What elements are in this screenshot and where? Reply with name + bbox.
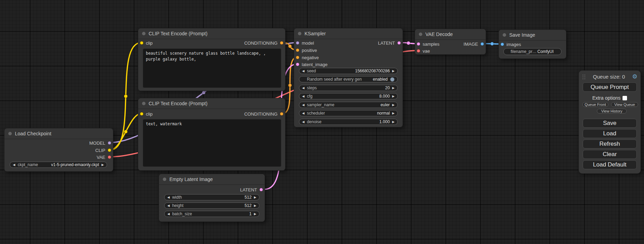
- node-load-checkpoint[interactable]: Load Checkpoint MODEL CLIP VAE ◀ ckpt_na…: [4, 128, 113, 172]
- input-slot-negative[interactable]: negative: [296, 54, 319, 61]
- widget-denoise[interactable]: ◀ denoise 1.000 ▶: [299, 119, 398, 125]
- refresh-button[interactable]: Refresh: [583, 139, 637, 148]
- node-vae-decode[interactable]: VAE Decode samples IMAGE vae: [415, 29, 486, 55]
- input-slot-samples[interactable]: samples: [417, 40, 439, 47]
- output-slot-vae[interactable]: VAE: [97, 154, 111, 161]
- collapse-dot-icon[interactable]: [163, 178, 166, 181]
- output-slot-clip[interactable]: CLIP: [95, 147, 111, 154]
- vae-slot-dot[interactable]: [417, 49, 420, 53]
- decrement-arrow-icon[interactable]: ◀: [302, 70, 305, 73]
- decrement-arrow-icon[interactable]: ◀: [167, 213, 170, 216]
- comfyui-canvas[interactable]: { "colors": { "model": "#B39DDB", "clip"…: [0, 0, 644, 244]
- output-slot-conditioning[interactable]: CONDITIONING: [244, 110, 283, 117]
- node-titlebar[interactable]: Save Image: [499, 30, 566, 40]
- decrement-arrow-icon[interactable]: ◀: [302, 103, 305, 107]
- decrement-arrow-icon[interactable]: ◀: [302, 87, 305, 90]
- collapse-dot-icon[interactable]: [142, 32, 145, 35]
- conditioning-slot-dot[interactable]: [296, 48, 299, 52]
- node-ksampler[interactable]: KSampler model LATENT positive negative …: [294, 28, 403, 127]
- node-titlebar[interactable]: Load Checkpoint: [5, 128, 113, 139]
- decrement-arrow-icon[interactable]: ◀: [167, 196, 170, 199]
- latent-slot-dot[interactable]: [259, 188, 263, 191]
- model-slot-dot[interactable]: [108, 141, 111, 145]
- node-titlebar[interactable]: VAE Decode: [415, 29, 486, 40]
- output-slot-conditioning[interactable]: CONDITIONING: [244, 39, 283, 46]
- conditioning-slot-dot[interactable]: [296, 56, 299, 59]
- output-slot-model[interactable]: MODEL: [89, 139, 111, 146]
- decrement-arrow-icon[interactable]: ◀: [302, 95, 305, 98]
- increment-arrow-icon[interactable]: ▶: [254, 196, 256, 199]
- collapse-dot-icon[interactable]: [503, 33, 506, 37]
- widget-filename-prefix[interactable]: filename_prefix ComfyUI: [503, 48, 562, 55]
- clip-slot-dot[interactable]: [108, 148, 111, 152]
- clear-button[interactable]: Clear: [583, 150, 637, 159]
- prompt-textarea-positive[interactable]: beautiful scenery nature glass bottle la…: [143, 48, 281, 88]
- widget-batch-size[interactable]: ◀ batch_size 1 ▶: [164, 211, 259, 217]
- widget-sampler-name[interactable]: ◀ sampler_name euler ▶: [299, 102, 398, 108]
- input-slot-clip[interactable]: clip: [140, 110, 153, 117]
- decrement-arrow-icon[interactable]: ◀: [302, 112, 305, 115]
- widget-steps[interactable]: ◀ steps 20 ▶: [299, 85, 398, 91]
- widget-cfg[interactable]: ◀ cfg 8.000 ▶: [299, 93, 398, 99]
- clip-slot-dot[interactable]: [140, 112, 143, 116]
- node-titlebar[interactable]: CLIP Text Encode (Prompt): [138, 28, 285, 39]
- input-slot-clip[interactable]: clip: [140, 39, 153, 46]
- increment-arrow-icon[interactable]: ▶: [392, 95, 395, 98]
- image-slot-dot[interactable]: [501, 43, 504, 46]
- toggle-on-icon[interactable]: [390, 77, 395, 82]
- queue-front-button[interactable]: Queue Front: [582, 102, 608, 107]
- node-titlebar[interactable]: CLIP Text Encode (Prompt): [138, 98, 285, 109]
- extra-options-checkbox[interactable]: [623, 96, 627, 100]
- increment-arrow-icon[interactable]: ▶: [392, 112, 395, 115]
- view-history-button[interactable]: View History: [597, 109, 627, 114]
- node-titlebar[interactable]: Empty Latent Image: [159, 174, 265, 185]
- conditioning-slot-dot[interactable]: [280, 112, 283, 116]
- input-slot-positive[interactable]: positive: [296, 47, 317, 54]
- increment-arrow-icon[interactable]: ▶: [254, 213, 256, 216]
- load-button[interactable]: Load: [583, 129, 637, 138]
- conditioning-slot-dot[interactable]: [280, 41, 283, 45]
- widget-ckpt-name[interactable]: ◀ ckpt_name v1-5-pruned-emaonly.ckpt ▶: [10, 162, 107, 168]
- prompt-textarea-negative[interactable]: text, watermark: [143, 119, 281, 167]
- increment-arrow-icon[interactable]: ▶: [392, 120, 395, 124]
- input-slot-vae[interactable]: vae: [417, 47, 430, 54]
- widget-random-seed-toggle[interactable]: Random seed after every gen enabled: [299, 76, 398, 82]
- input-slot-latent-image[interactable]: latent_image: [296, 61, 327, 68]
- collapse-dot-icon[interactable]: [298, 32, 301, 35]
- collapse-dot-icon[interactable]: [419, 33, 422, 36]
- node-clip-text-encode-positive[interactable]: CLIP Text Encode (Prompt) clip CONDITION…: [138, 28, 285, 91]
- increment-arrow-icon[interactable]: ▶: [392, 103, 395, 107]
- decrement-arrow-icon[interactable]: ◀: [167, 204, 170, 207]
- input-slot-images[interactable]: images: [501, 41, 521, 48]
- widget-height[interactable]: ◀ height 512 ▶: [164, 202, 259, 209]
- node-save-image[interactable]: Save Image images filename_prefix ComfyU…: [499, 29, 566, 59]
- save-button[interactable]: Save: [583, 119, 637, 128]
- model-slot-dot[interactable]: [296, 41, 299, 45]
- latent-slot-dot[interactable]: [296, 63, 299, 66]
- settings-gear-icon[interactable]: ⚙: [632, 74, 637, 80]
- latent-slot-dot[interactable]: [417, 42, 420, 46]
- decrement-arrow-icon[interactable]: ◀: [13, 163, 15, 166]
- node-clip-text-encode-negative[interactable]: CLIP Text Encode (Prompt) clip CONDITION…: [138, 98, 285, 171]
- increment-arrow-icon[interactable]: ▶: [392, 87, 395, 90]
- increment-arrow-icon[interactable]: ▶: [254, 204, 256, 207]
- widget-scheduler[interactable]: ◀ scheduler normal ▶: [299, 110, 398, 116]
- load-default-button[interactable]: Load Default: [583, 160, 637, 169]
- queue-prompt-button[interactable]: Queue Prompt: [583, 82, 637, 92]
- widget-seed[interactable]: ◀ seed 156680208700286 ▶: [299, 68, 398, 74]
- increment-arrow-icon[interactable]: ▶: [392, 70, 395, 73]
- vae-slot-dot[interactable]: [108, 155, 111, 159]
- collapse-dot-icon[interactable]: [142, 102, 145, 105]
- output-slot-latent[interactable]: LATENT: [240, 186, 263, 193]
- image-slot-dot[interactable]: [480, 42, 484, 46]
- output-slot-image[interactable]: IMAGE: [464, 40, 484, 47]
- node-empty-latent-image[interactable]: Empty Latent Image LATENT ◀ width 512 ▶ …: [159, 174, 265, 222]
- drag-handle[interactable]: [582, 74, 586, 79]
- decrement-arrow-icon[interactable]: ◀: [302, 120, 305, 124]
- widget-width[interactable]: ◀ width 512 ▶: [164, 194, 259, 200]
- view-queue-button[interactable]: View Queue: [611, 102, 638, 107]
- output-slot-latent[interactable]: LATENT: [378, 39, 401, 46]
- comfy-menu-panel[interactable]: Queue size: 0 ⚙ Queue Prompt Extra optio…: [579, 70, 641, 174]
- increment-arrow-icon[interactable]: ▶: [102, 163, 104, 166]
- node-titlebar[interactable]: KSampler: [294, 28, 403, 39]
